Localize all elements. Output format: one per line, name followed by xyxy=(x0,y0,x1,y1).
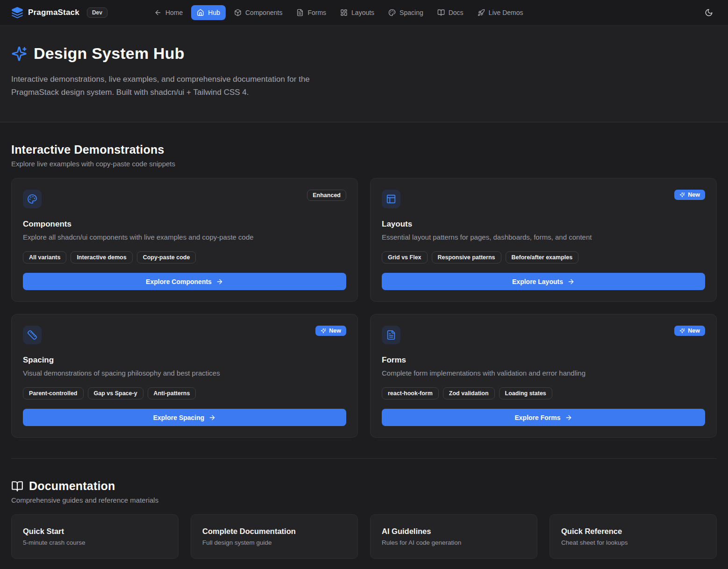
nav-item-home[interactable]: Home xyxy=(149,5,188,20)
tag: Grid vs Flex xyxy=(382,251,428,263)
arrow-left-icon xyxy=(154,9,162,16)
file-text-icon xyxy=(296,9,304,16)
doc-card-grid: Quick Start 5-minute crash course Comple… xyxy=(11,514,717,559)
sparkles-icon xyxy=(321,328,326,334)
nav-item-hub[interactable]: Hub xyxy=(191,5,226,20)
sparkles-icon xyxy=(679,192,685,198)
explore-components-button[interactable]: Explore Components xyxy=(23,273,346,290)
demo-card-grid: Enhanced Components Explore all shadcn/u… xyxy=(11,178,717,438)
demos-section-head: Interactive Demonstrations Explore live … xyxy=(11,122,717,168)
tag-row: Parent-controlled Gap vs Space-y Anti-pa… xyxy=(23,387,346,399)
brand: PragmaStack Dev xyxy=(11,7,107,19)
card-title: Spacing xyxy=(23,356,346,365)
new-badge: New xyxy=(315,326,346,336)
nav-item-live-demos[interactable]: Live Demos xyxy=(472,5,529,20)
card-title: Forms xyxy=(382,356,705,365)
page-title: Design System Hub xyxy=(34,44,185,63)
brand-name: PragmaStack xyxy=(28,8,79,17)
main-content: Interactive Demonstrations Explore live … xyxy=(0,122,728,569)
docs-heading: Documentation xyxy=(11,479,717,493)
explore-forms-button[interactable]: Explore Forms xyxy=(382,409,705,426)
new-badge: New xyxy=(674,326,705,336)
card-title: Components xyxy=(23,220,346,229)
panels-layout-icon xyxy=(382,190,400,208)
home-icon xyxy=(197,9,204,16)
box-icon xyxy=(234,9,242,16)
nav-item-layouts[interactable]: Layouts xyxy=(335,5,380,20)
card-description: Explore all shadcn/ui components with li… xyxy=(23,232,346,242)
doc-card-description: 5-minute crash course xyxy=(23,539,167,546)
docs-subheading: Comprehensive guides and reference mater… xyxy=(11,496,717,504)
doc-card-quick-reference[interactable]: Quick Reference Cheat sheet for lookups xyxy=(550,514,717,559)
sparkles-icon xyxy=(679,328,685,334)
env-badge: Dev xyxy=(87,7,107,18)
tag: Parent-controlled xyxy=(23,387,84,399)
nav-item-docs[interactable]: Docs xyxy=(432,5,469,20)
doc-card-quick-start[interactable]: Quick Start 5-minute crash course xyxy=(11,514,178,559)
navbar: PragmaStack Dev Home Hub Components Fo xyxy=(0,0,728,26)
moon-icon xyxy=(705,8,713,17)
hero-section: Design System Hub Interactive demonstrat… xyxy=(0,26,728,122)
doc-card-title: AI Guidelines xyxy=(382,527,526,536)
book-open-icon xyxy=(11,480,23,492)
doc-card-title: Quick Reference xyxy=(561,527,705,536)
explore-layouts-button[interactable]: Explore Layouts xyxy=(382,273,705,290)
doc-card-title: Quick Start xyxy=(23,527,167,536)
doc-card-description: Cheat sheet for lookups xyxy=(561,539,705,546)
doc-card-description: Rules for AI code generation xyxy=(382,539,526,546)
tag: Gap vs Space-y xyxy=(88,387,143,399)
card-description: Visual demonstrations of spacing philoso… xyxy=(23,368,346,378)
arrow-right-icon xyxy=(565,414,572,421)
card-description: Complete form implementations with valid… xyxy=(382,368,705,378)
demos-subheading: Explore live examples with copy-paste co… xyxy=(11,160,717,168)
tag: Interactive demos xyxy=(71,251,132,263)
demos-heading: Interactive Demonstrations xyxy=(11,143,717,156)
theme-toggle-button[interactable] xyxy=(701,5,717,21)
layout-dashboard-icon xyxy=(340,9,348,16)
nav-item-components[interactable]: Components xyxy=(228,5,288,20)
tag: react-hook-form xyxy=(382,387,439,399)
enhanced-badge: Enhanced xyxy=(307,190,346,201)
layers-logo-icon xyxy=(11,7,23,19)
doc-card-ai-guidelines[interactable]: AI Guidelines Rules for AI code generati… xyxy=(370,514,537,559)
arrow-right-icon xyxy=(567,278,575,285)
tag: All variants xyxy=(23,251,66,263)
tag-row: react-hook-form Zod validation Loading s… xyxy=(382,387,705,399)
tag: Copy-paste code xyxy=(137,251,196,263)
tag: Responsive patterns xyxy=(432,251,501,263)
file-text-icon xyxy=(382,326,400,344)
doc-card-complete-documentation[interactable]: Complete Documentation Full design syste… xyxy=(191,514,358,559)
palette-icon xyxy=(23,190,42,208)
tag: Zod validation xyxy=(443,387,495,399)
card-description: Essential layout patterns for pages, das… xyxy=(382,232,705,242)
demo-card-forms: New Forms Complete form implementations … xyxy=(370,314,717,438)
tag: Before/after examples xyxy=(506,251,579,263)
nav-links: Home Hub Components Forms Layouts xyxy=(149,5,529,20)
nav-item-forms[interactable]: Forms xyxy=(291,5,332,20)
tag: Anti-patterns xyxy=(148,387,196,399)
demo-card-components: Enhanced Components Explore all shadcn/u… xyxy=(11,178,358,302)
card-title: Layouts xyxy=(382,220,705,229)
tag-row: Grid vs Flex Responsive patterns Before/… xyxy=(382,251,705,263)
rocket-icon xyxy=(478,9,485,16)
arrow-right-icon xyxy=(216,278,223,285)
new-badge: New xyxy=(674,190,705,200)
doc-card-title: Complete Documentation xyxy=(202,527,346,536)
arrow-right-icon xyxy=(208,414,216,421)
demo-card-layouts: New Layouts Essential layout patterns fo… xyxy=(370,178,717,302)
demo-card-spacing: New Spacing Visual demonstrations of spa… xyxy=(11,314,358,438)
nav-item-spacing[interactable]: Spacing xyxy=(383,5,429,20)
ruler-icon xyxy=(23,326,42,344)
doc-card-description: Full design system guide xyxy=(202,539,346,546)
palette-icon xyxy=(388,9,396,16)
sparkles-icon xyxy=(11,46,27,62)
book-open-icon xyxy=(437,9,445,16)
explore-spacing-button[interactable]: Explore Spacing xyxy=(23,409,346,426)
docs-section-head: Documentation Comprehensive guides and r… xyxy=(11,459,717,504)
tag: Loading states xyxy=(499,387,552,399)
tag-row: All variants Interactive demos Copy-past… xyxy=(23,251,346,263)
page-description: Interactive demonstrations, live example… xyxy=(11,73,359,99)
